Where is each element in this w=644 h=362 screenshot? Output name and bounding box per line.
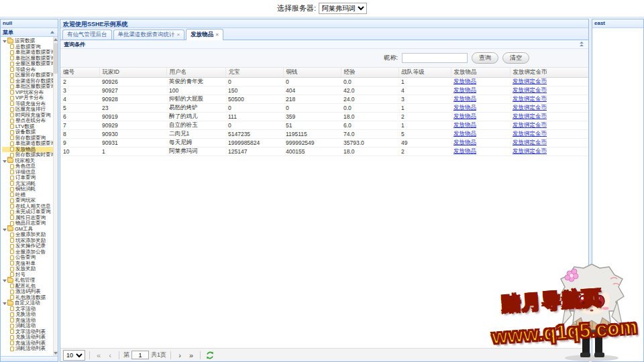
issue-bound-gold-link[interactable]: 发放绑定金币 xyxy=(513,121,547,128)
tree-node[interactable]: 设备数据 xyxy=(2,129,58,135)
tree-node[interactable]: 全服添加公告 xyxy=(2,249,58,255)
accordion-expand-icon[interactable] xyxy=(50,29,56,36)
tab-home[interactable]: 有仙气管理后台 xyxy=(62,29,112,40)
close-icon[interactable]: × xyxy=(215,32,219,38)
table-row[interactable]: 10 1 阿莱弗玛词 125147 400155 18.0 2 发放物品 发放绑… xyxy=(60,147,588,156)
issue-item-link[interactable]: 发放物品 xyxy=(453,147,476,154)
tree-node[interactable]: 文字活动 xyxy=(2,306,58,312)
tree-node[interactable]: 兑换活动列表 xyxy=(2,335,58,341)
tree-node[interactable]: 公告查询 xyxy=(2,255,58,261)
server-select[interactable]: 阿莱弗玛词 xyxy=(319,3,367,14)
tree-node[interactable]: 等级充值分布 xyxy=(2,101,58,107)
tree-node[interactable]: 等级分布 xyxy=(2,67,58,73)
column-header[interactable]: 发放绑定金币 xyxy=(510,68,588,77)
tree-node[interactable]: 礼包管理 xyxy=(2,278,58,284)
prev-page-icon[interactable]: ‹ xyxy=(105,351,115,360)
table-row[interactable]: 5 23 易怒的烤炉 0 0 0.0 1 发放物品 发放绑定金币 xyxy=(60,103,588,112)
issue-item-link[interactable]: 发放物品 xyxy=(453,78,476,84)
issue-bound-gold-link[interactable]: 发放绑定金币 xyxy=(513,78,547,84)
tree-node[interactable]: 整点在线分布 xyxy=(2,118,58,124)
panel-collapse-icon[interactable] xyxy=(578,41,585,48)
issue-item-link[interactable]: 发放物品 xyxy=(453,139,476,145)
tree-node[interactable]: 单批区服数据查询统计 xyxy=(2,84,58,90)
tab-channel-stats[interactable]: 单批渠道数据查询统计 × xyxy=(113,29,185,40)
tree-node[interactable]: 订单查询 xyxy=(2,175,58,181)
table-row[interactable]: 6 90919 醉了的鸡儿 111 359 18.0 2 发放物品 发放绑定金币 xyxy=(60,112,588,121)
issue-bound-gold-link[interactable]: 发放绑定金币 xyxy=(513,95,547,102)
tree-node[interactable]: 元宝消耗 xyxy=(2,181,58,187)
column-header[interactable]: 用户名 xyxy=(166,68,225,77)
column-header[interactable]: 铜钱 xyxy=(283,68,341,77)
scroll-down-icon[interactable] xyxy=(54,351,58,356)
column-header[interactable]: 经验 xyxy=(341,68,398,77)
tree-node[interactable]: 未完成订单查询 xyxy=(2,209,58,215)
node-toggle-icon[interactable] xyxy=(2,158,7,164)
node-toggle-icon[interactable] xyxy=(2,278,7,283)
issue-bound-gold-link[interactable]: 发放绑定金币 xyxy=(513,86,547,93)
tree-node[interactable]: 运营数据 xyxy=(2,38,58,44)
tree-node[interactable]: 铜钻消耗 xyxy=(2,186,58,192)
issue-bound-gold-link[interactable]: 发放绑定金币 xyxy=(513,130,547,137)
column-header[interactable]: 元宝 xyxy=(225,68,283,77)
tree-node[interactable]: 玩家添加奖励 xyxy=(2,238,58,244)
column-header[interactable]: 发放物品 xyxy=(451,68,510,77)
tree-node[interactable]: 全服区服数据查询 xyxy=(2,61,58,67)
column-header[interactable]: 战队等级 xyxy=(398,68,451,77)
tree-node[interactable]: 玩家相关 xyxy=(2,158,58,164)
close-icon[interactable]: × xyxy=(177,32,180,38)
page-size-select[interactable]: 10 xyxy=(63,350,85,361)
tree-node[interactable]: 区服充值排行 xyxy=(2,107,58,113)
node-toggle-icon[interactable] xyxy=(2,300,7,306)
column-header[interactable]: 编号 xyxy=(60,68,99,77)
tree-node[interactable]: 详细信息 xyxy=(2,170,58,176)
table-row[interactable]: 3 90927 100 150 404 42.0 4 发放物品 发放绑定金币 xyxy=(60,86,588,95)
refresh-icon[interactable] xyxy=(206,351,214,359)
first-page-icon[interactable]: « xyxy=(94,351,103,360)
table-row[interactable]: 9 90931 每天尼姆 1999985824 999992549 35793.… xyxy=(60,138,588,147)
menu-accordion-header[interactable]: 菜单 xyxy=(1,28,58,37)
tree-node[interactable]: VIP月卡分布 xyxy=(2,95,58,101)
tree-node[interactable]: 单批渠道数据查询统计 xyxy=(2,141,58,147)
issue-bound-gold-link[interactable]: 发放绑定金币 xyxy=(513,139,547,145)
issue-bound-gold-link[interactable]: 发放绑定金币 xyxy=(513,104,547,111)
tree-node[interactable]: LTV数据 xyxy=(2,124,58,130)
scrollbar-thumb[interactable] xyxy=(54,43,58,74)
table-row[interactable]: 7 90929 自立的吩玉 0 51 6.0 1 发放物品 发放绑定金币 xyxy=(60,121,588,129)
tree-node[interactable]: 兑换活动 xyxy=(2,312,58,318)
tree-node[interactable]: 区服留存数据查询 xyxy=(2,72,58,78)
issue-bound-gold-link[interactable]: 发放绑定金币 xyxy=(513,113,547,119)
tree-node[interactable]: 消耗活动列表 xyxy=(2,346,58,352)
tree-node[interactable]: 发放物品 xyxy=(2,147,58,153)
tree-node[interactable]: 配置礼包 xyxy=(2,284,58,290)
issue-item-link[interactable]: 发放物品 xyxy=(453,86,476,93)
tree-node[interactable]: 自定义活动 xyxy=(2,300,58,306)
clear-button[interactable]: 清空 xyxy=(502,52,529,64)
tree-node[interactable]: 单批渠道数据查询 xyxy=(2,50,58,56)
table-row[interactable]: 4 90928 抑郁的大屁股 50500 218 24.0 3 发放物品 发放绑… xyxy=(60,95,588,103)
tree-node[interactable]: 在线人相关信息 xyxy=(2,204,58,210)
tab-issue-items[interactable]: 发放物品 × xyxy=(186,29,223,40)
scroll-up-icon[interactable] xyxy=(54,37,58,42)
tree-node[interactable]: 全渠道留存数据查询 xyxy=(2,78,58,84)
tree-node[interactable]: 发放奖励 xyxy=(2,266,58,272)
tree-node[interactable]: 查询玩家 xyxy=(2,198,58,204)
tree-node[interactable]: 全服添加奖励 xyxy=(2,232,58,238)
tree-scrollbar[interactable] xyxy=(53,37,58,356)
tree-node[interactable]: 充值补单 xyxy=(2,261,58,267)
tree-node[interactable]: 属性日志查询 xyxy=(2,215,58,221)
tree-node[interactable]: 发奖操作记录 xyxy=(2,243,58,249)
issue-item-link[interactable]: 发放物品 xyxy=(453,95,476,102)
tree-node[interactable]: 充值活动 xyxy=(2,318,58,324)
table-row[interactable]: 2 90926 英俊的青年党 0 0 0.0 1 发放物品 发放绑定金币 xyxy=(60,77,588,86)
tree-node[interactable]: VIP玩家分布 xyxy=(2,90,58,96)
issue-item-link[interactable]: 发放物品 xyxy=(453,113,476,119)
issue-item-link[interactable]: 发放物品 xyxy=(453,121,476,128)
tree-node[interactable]: 留存数据查询 xyxy=(2,135,58,141)
search-button[interactable]: 查询 xyxy=(472,52,498,64)
tree-node[interactable]: 时间段充值查询 xyxy=(2,113,58,119)
next-page-icon[interactable]: › xyxy=(175,351,184,360)
tree-node[interactable]: GM工具 xyxy=(2,227,58,233)
node-toggle-icon[interactable] xyxy=(2,38,7,44)
table-row[interactable]: 8 90930 二肉兄1 5147235 1195115 74.0 5 发放物品… xyxy=(60,129,588,138)
tree-node[interactable]: 吐槽 xyxy=(2,192,58,198)
